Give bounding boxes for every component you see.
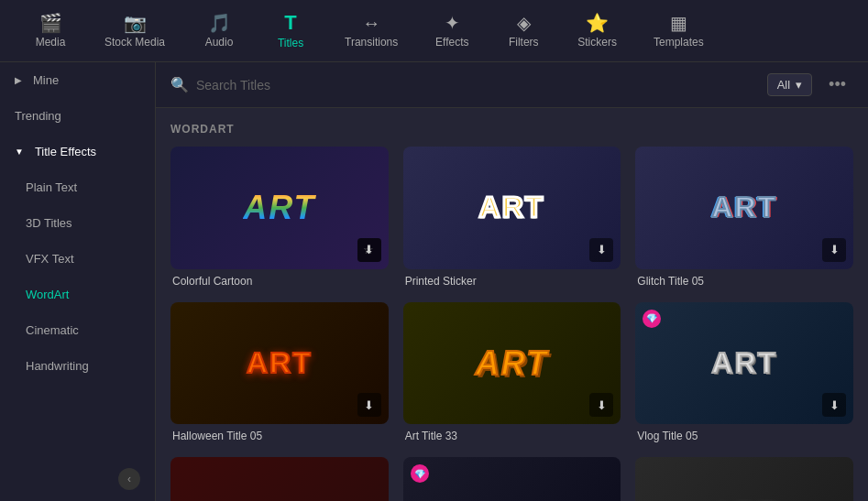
nav-stock-media[interactable]: 📷 Stock Media (90, 6, 180, 56)
premium-badge-vlog: 💎 (643, 310, 661, 328)
search-bar: 🔍 All ▾ ••• (156, 62, 868, 108)
download-btn-colorful[interactable]: ⬇ (357, 238, 381, 262)
nav-templates[interactable]: ▦ Templates (639, 6, 719, 56)
label-art33: Art Title 33 (403, 430, 621, 442)
thumb-bottom2: ART 💎 ⬇ (403, 457, 621, 501)
preview-button[interactable]: ▷ (178, 154, 202, 178)
sidebar: ▶ Mine Trending ▼ Title Effects Plain Te… (0, 62, 156, 501)
download-btn-vlog[interactable]: ⬇ (822, 393, 846, 417)
wordart-grid: ART ▷ ⋯ ☆ ⬇ (170, 147, 853, 501)
thumb-actions-top: ▷ ⋯ (178, 154, 231, 178)
label-vlog: Vlog Title 05 (635, 430, 853, 442)
thumb-printed-sticker: ART ⬇ (403, 147, 621, 269)
grid-item-art33[interactable]: ART ⬇ Art Title 33 (403, 302, 621, 443)
sidebar-item-title-effects[interactable]: ▼ Title Effects (0, 134, 155, 169)
grid-item-colorful-cartoon[interactable]: ART ▷ ⋯ ☆ ⬇ (170, 147, 389, 288)
grid-item-halloween[interactable]: ART ⬇ Halloween Title 05 (170, 302, 389, 443)
grid-item-bottom3[interactable]: ART ⬇ (635, 457, 853, 501)
titles-icon: T (284, 13, 296, 33)
art-glitch: ART (635, 147, 853, 269)
collapse-sidebar-button[interactable]: ‹ (118, 468, 140, 490)
art-bottom2: ART (403, 457, 621, 501)
title-effects-chevron: ▼ (15, 147, 24, 157)
sidebar-item-handwriting[interactable]: Handwriting (0, 348, 155, 384)
top-navigation: 🎬 Media 📷 Stock Media 🎵 Audio T Titles ↔… (0, 0, 868, 62)
thumb-vlog: ART 💎 ⬇ (635, 302, 853, 425)
scroll-content: WORDART ART ▷ ⋯ (156, 108, 868, 501)
search-input[interactable] (196, 78, 758, 93)
content-area: 🔍 All ▾ ••• WORDART ART (156, 62, 868, 501)
sidebar-item-plain-text[interactable]: Plain Text (0, 169, 155, 205)
thumb-bottom3: ART ⬇ (635, 457, 853, 501)
search-wrapper: 🔍 (170, 76, 758, 93)
main-layout: ▶ Mine Trending ▼ Title Effects Plain Te… (0, 62, 868, 501)
nav-media[interactable]: 🎬 Media (18, 6, 82, 56)
thumb-art33: ART ⬇ (403, 302, 621, 425)
nav-effects[interactable]: ✦ Effects (420, 6, 484, 56)
stickers-icon: ⭐ (586, 14, 609, 32)
download-btn-glitch[interactable]: ⬇ (822, 238, 846, 262)
more-options-button[interactable]: ••• (821, 71, 853, 98)
premium-badge-bottom2: 💎 (411, 464, 429, 483)
sidebar-item-3d-titles[interactable]: 3D Titles (0, 205, 155, 241)
thumb-colorful-cartoon: ART ▷ ⋯ ☆ ⬇ (170, 147, 389, 269)
nav-stickers[interactable]: ⭐ Stickers (563, 6, 632, 56)
art-printed-sticker: ART (403, 147, 621, 269)
chevron-down-icon: ▾ (796, 78, 802, 92)
grid-item-printed-sticker[interactable]: ART ⬇ Printed Sticker (403, 147, 621, 288)
thumb-bottom1: ART ⬇ (170, 457, 389, 501)
sidebar-item-wordart[interactable]: WordArt (0, 277, 155, 312)
art-vlog: ART (635, 302, 853, 425)
grid-item-bottom2[interactable]: ART 💎 ⬇ (403, 457, 621, 501)
mine-chevron: ▶ (15, 75, 22, 85)
transitions-icon: ↔️ (362, 14, 380, 32)
download-btn-halloween[interactable]: ⬇ (357, 393, 381, 417)
templates-icon: ▦ (670, 14, 687, 32)
search-icon: 🔍 (170, 76, 189, 93)
grid-item-glitch[interactable]: ART ⬇ Glitch Title 05 (635, 147, 853, 288)
section-title: WORDART (170, 123, 853, 136)
download-btn-printed[interactable]: ⬇ (589, 238, 613, 262)
label-printed-sticker: Printed Sticker (403, 275, 621, 288)
download-btn-art33[interactable]: ⬇ (589, 393, 613, 417)
nav-audio[interactable]: 🎵 Audio (187, 6, 251, 56)
grid-item-bottom1[interactable]: ART ⬇ (170, 457, 389, 501)
art-bottom3: ART (635, 457, 853, 501)
sidebar-item-mine[interactable]: ▶ Mine (0, 62, 155, 98)
thumb-halloween: ART ⬇ (170, 302, 389, 425)
nav-filters[interactable]: ◈ Filters (491, 6, 555, 56)
sidebar-item-vfx-text[interactable]: VFX Text (0, 241, 155, 277)
art-art33: ART (403, 302, 621, 425)
label-halloween: Halloween Title 05 (170, 430, 389, 442)
art-bottom1: ART (170, 457, 389, 501)
sidebar-item-trending[interactable]: Trending (0, 98, 155, 134)
filter-all-button[interactable]: All ▾ (767, 73, 812, 96)
effects-icon: ✦ (445, 14, 460, 32)
media-icon: 🎬 (39, 14, 62, 32)
label-colorful-cartoon: Colorful Cartoon (170, 275, 389, 288)
nav-transitions[interactable]: ↔️ Transitions (330, 6, 412, 56)
nav-titles[interactable]: T Titles (258, 5, 323, 57)
thumb-glitch: ART ⬇ (635, 147, 853, 269)
label-glitch: Glitch Title 05 (635, 275, 853, 288)
sidebar-collapse-area: ‹ (0, 457, 155, 501)
more-button[interactable]: ⋯ (207, 154, 231, 178)
sidebar-item-cinematic[interactable]: Cinematic (0, 312, 155, 348)
art-halloween: ART (170, 302, 389, 425)
stock-media-icon: 📷 (124, 14, 147, 32)
grid-item-vlog[interactable]: ART 💎 ⬇ Vlog Title 05 (635, 302, 853, 443)
audio-icon: 🎵 (208, 14, 231, 32)
filters-icon: ◈ (517, 14, 531, 32)
